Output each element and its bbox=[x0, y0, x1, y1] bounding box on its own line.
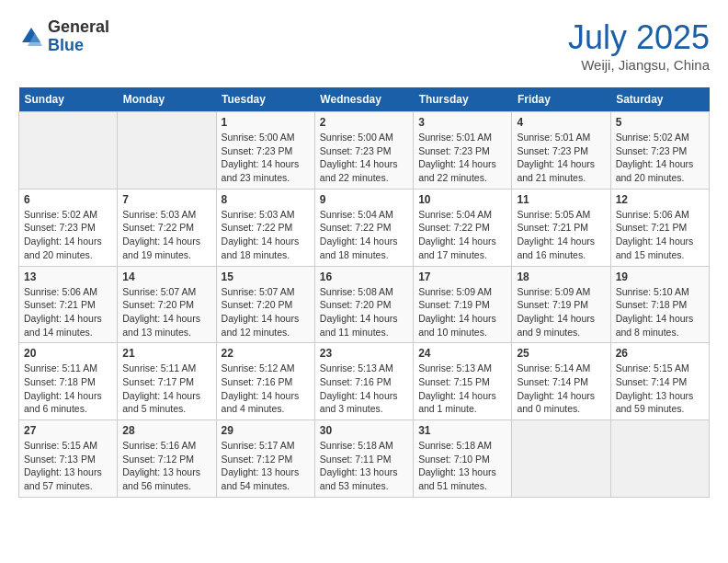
day-detail: Sunrise: 5:01 AM Sunset: 7:23 PM Dayligh… bbox=[517, 131, 605, 185]
day-detail: Sunrise: 5:04 AM Sunset: 7:22 PM Dayligh… bbox=[418, 208, 506, 262]
day-detail: Sunrise: 5:04 AM Sunset: 7:22 PM Dayligh… bbox=[320, 208, 408, 262]
page-header: General Blue July 2025 Weiji, Jiangsu, C… bbox=[18, 18, 710, 73]
calendar-cell: 7Sunrise: 5:03 AM Sunset: 7:22 PM Daylig… bbox=[118, 189, 216, 266]
calendar-cell: 25Sunrise: 5:14 AM Sunset: 7:14 PM Dayli… bbox=[512, 343, 610, 420]
day-detail: Sunrise: 5:16 AM Sunset: 7:12 PM Dayligh… bbox=[122, 439, 210, 493]
calendar-cell: 24Sunrise: 5:13 AM Sunset: 7:15 PM Dayli… bbox=[414, 343, 512, 420]
day-detail: Sunrise: 5:13 AM Sunset: 7:15 PM Dayligh… bbox=[418, 362, 506, 416]
calendar-cell: 2Sunrise: 5:00 AM Sunset: 7:23 PM Daylig… bbox=[314, 112, 413, 190]
day-number: 3 bbox=[418, 116, 506, 129]
calendar-cell: 22Sunrise: 5:12 AM Sunset: 7:16 PM Dayli… bbox=[216, 343, 314, 420]
calendar-cell: 18Sunrise: 5:09 AM Sunset: 7:19 PM Dayli… bbox=[512, 266, 610, 343]
day-detail: Sunrise: 5:13 AM Sunset: 7:16 PM Dayligh… bbox=[320, 362, 408, 416]
calendar-cell: 15Sunrise: 5:07 AM Sunset: 7:20 PM Dayli… bbox=[216, 266, 314, 343]
day-number: 16 bbox=[320, 270, 408, 283]
day-detail: Sunrise: 5:15 AM Sunset: 7:13 PM Dayligh… bbox=[24, 439, 112, 493]
logo-text: General Blue bbox=[48, 18, 109, 55]
day-detail: Sunrise: 5:11 AM Sunset: 7:17 PM Dayligh… bbox=[122, 362, 210, 416]
day-detail: Sunrise: 5:03 AM Sunset: 7:22 PM Dayligh… bbox=[122, 208, 210, 262]
day-number: 14 bbox=[122, 270, 210, 283]
day-number: 10 bbox=[418, 193, 506, 206]
calendar-cell: 11Sunrise: 5:05 AM Sunset: 7:21 PM Dayli… bbox=[512, 189, 610, 266]
day-number: 12 bbox=[616, 193, 704, 206]
day-detail: Sunrise: 5:02 AM Sunset: 7:23 PM Dayligh… bbox=[24, 208, 112, 262]
day-detail: Sunrise: 5:06 AM Sunset: 7:21 PM Dayligh… bbox=[616, 208, 704, 262]
calendar-cell: 19Sunrise: 5:10 AM Sunset: 7:18 PM Dayli… bbox=[610, 266, 709, 343]
calendar-cell: 27Sunrise: 5:15 AM Sunset: 7:13 PM Dayli… bbox=[19, 420, 118, 498]
calendar-cell: 16Sunrise: 5:08 AM Sunset: 7:20 PM Dayli… bbox=[314, 266, 413, 343]
logo-icon bbox=[18, 24, 44, 50]
day-number: 2 bbox=[320, 116, 408, 129]
logo-general: General bbox=[48, 18, 109, 37]
day-number: 27 bbox=[24, 424, 112, 437]
weekday-header: Saturday bbox=[610, 87, 709, 112]
logo: General Blue bbox=[18, 18, 109, 55]
day-number: 31 bbox=[418, 424, 506, 437]
day-number: 30 bbox=[320, 424, 408, 437]
day-detail: Sunrise: 5:03 AM Sunset: 7:22 PM Dayligh… bbox=[222, 208, 310, 262]
day-detail: Sunrise: 5:06 AM Sunset: 7:21 PM Dayligh… bbox=[24, 285, 112, 339]
calendar-week-row: 27Sunrise: 5:15 AM Sunset: 7:13 PM Dayli… bbox=[19, 420, 710, 498]
calendar-cell: 9Sunrise: 5:04 AM Sunset: 7:22 PM Daylig… bbox=[314, 189, 413, 266]
day-detail: Sunrise: 5:00 AM Sunset: 7:23 PM Dayligh… bbox=[222, 131, 310, 185]
day-detail: Sunrise: 5:18 AM Sunset: 7:11 PM Dayligh… bbox=[320, 439, 408, 493]
calendar-cell: 20Sunrise: 5:11 AM Sunset: 7:18 PM Dayli… bbox=[19, 343, 118, 420]
day-number: 23 bbox=[320, 347, 408, 360]
day-detail: Sunrise: 5:15 AM Sunset: 7:14 PM Dayligh… bbox=[616, 362, 704, 416]
calendar-cell bbox=[610, 420, 709, 498]
day-number: 21 bbox=[122, 347, 210, 360]
calendar-week-row: 6Sunrise: 5:02 AM Sunset: 7:23 PM Daylig… bbox=[19, 189, 710, 266]
weekday-header: Wednesday bbox=[314, 87, 413, 112]
day-detail: Sunrise: 5:12 AM Sunset: 7:16 PM Dayligh… bbox=[222, 362, 310, 416]
calendar-cell: 12Sunrise: 5:06 AM Sunset: 7:21 PM Dayli… bbox=[610, 189, 709, 266]
day-number: 18 bbox=[517, 270, 605, 283]
location: Weiji, Jiangsu, China bbox=[568, 57, 710, 73]
weekday-header: Tuesday bbox=[216, 87, 314, 112]
day-detail: Sunrise: 5:08 AM Sunset: 7:20 PM Dayligh… bbox=[320, 285, 408, 339]
calendar-week-row: 13Sunrise: 5:06 AM Sunset: 7:21 PM Dayli… bbox=[19, 266, 710, 343]
title-block: July 2025 Weiji, Jiangsu, China bbox=[568, 18, 710, 73]
day-detail: Sunrise: 5:05 AM Sunset: 7:21 PM Dayligh… bbox=[517, 208, 605, 262]
calendar-cell: 4Sunrise: 5:01 AM Sunset: 7:23 PM Daylig… bbox=[512, 112, 610, 190]
day-detail: Sunrise: 5:07 AM Sunset: 7:20 PM Dayligh… bbox=[222, 285, 310, 339]
calendar-cell: 1Sunrise: 5:00 AM Sunset: 7:23 PM Daylig… bbox=[216, 112, 314, 190]
day-number: 4 bbox=[517, 116, 605, 129]
day-number: 7 bbox=[122, 193, 210, 206]
calendar-cell: 3Sunrise: 5:01 AM Sunset: 7:23 PM Daylig… bbox=[414, 112, 512, 190]
day-number: 29 bbox=[222, 424, 310, 437]
day-number: 5 bbox=[616, 116, 704, 129]
day-number: 13 bbox=[24, 270, 112, 283]
calendar-cell bbox=[512, 420, 610, 498]
day-detail: Sunrise: 5:17 AM Sunset: 7:12 PM Dayligh… bbox=[222, 439, 310, 493]
weekday-header: Friday bbox=[512, 87, 610, 112]
calendar-cell: 29Sunrise: 5:17 AM Sunset: 7:12 PM Dayli… bbox=[216, 420, 314, 498]
day-number: 11 bbox=[517, 193, 605, 206]
calendar-cell: 13Sunrise: 5:06 AM Sunset: 7:21 PM Dayli… bbox=[19, 266, 118, 343]
day-number: 19 bbox=[616, 270, 704, 283]
calendar-cell bbox=[118, 112, 216, 190]
calendar-cell: 28Sunrise: 5:16 AM Sunset: 7:12 PM Dayli… bbox=[118, 420, 216, 498]
day-number: 6 bbox=[24, 193, 112, 206]
day-number: 8 bbox=[222, 193, 310, 206]
day-detail: Sunrise: 5:14 AM Sunset: 7:14 PM Dayligh… bbox=[517, 362, 605, 416]
calendar-cell: 17Sunrise: 5:09 AM Sunset: 7:19 PM Dayli… bbox=[414, 266, 512, 343]
day-detail: Sunrise: 5:07 AM Sunset: 7:20 PM Dayligh… bbox=[122, 285, 210, 339]
day-detail: Sunrise: 5:09 AM Sunset: 7:19 PM Dayligh… bbox=[418, 285, 506, 339]
day-number: 17 bbox=[418, 270, 506, 283]
day-number: 20 bbox=[24, 347, 112, 360]
day-number: 28 bbox=[122, 424, 210, 437]
calendar-cell: 26Sunrise: 5:15 AM Sunset: 7:14 PM Dayli… bbox=[610, 343, 709, 420]
calendar-cell: 5Sunrise: 5:02 AM Sunset: 7:23 PM Daylig… bbox=[610, 112, 709, 190]
day-number: 25 bbox=[517, 347, 605, 360]
day-number: 15 bbox=[222, 270, 310, 283]
day-detail: Sunrise: 5:10 AM Sunset: 7:18 PM Dayligh… bbox=[616, 285, 704, 339]
calendar-cell: 31Sunrise: 5:18 AM Sunset: 7:10 PM Dayli… bbox=[414, 420, 512, 498]
calendar-cell: 30Sunrise: 5:18 AM Sunset: 7:11 PM Dayli… bbox=[314, 420, 413, 498]
calendar-week-row: 20Sunrise: 5:11 AM Sunset: 7:18 PM Dayli… bbox=[19, 343, 710, 420]
weekday-header: Monday bbox=[118, 87, 216, 112]
day-number: 22 bbox=[222, 347, 310, 360]
calendar-week-row: 1Sunrise: 5:00 AM Sunset: 7:23 PM Daylig… bbox=[19, 112, 710, 190]
day-detail: Sunrise: 5:11 AM Sunset: 7:18 PM Dayligh… bbox=[24, 362, 112, 416]
calendar-cell bbox=[19, 112, 118, 190]
calendar-cell: 10Sunrise: 5:04 AM Sunset: 7:22 PM Dayli… bbox=[414, 189, 512, 266]
